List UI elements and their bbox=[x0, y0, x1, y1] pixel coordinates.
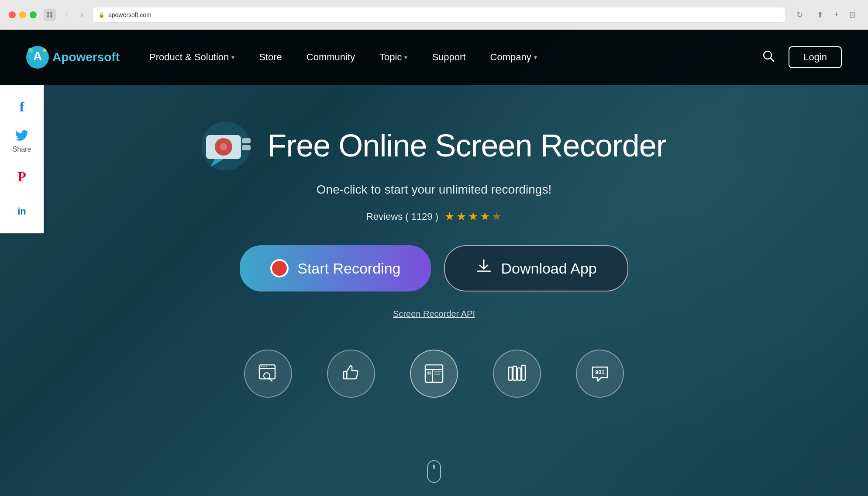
feature-icons: 901 bbox=[244, 350, 624, 398]
browser-chrome: ‹ › 🔒 apowersoft.com ↻ ⬆ + ⊡ bbox=[0, 0, 868, 30]
comments-feature-icon[interactable]: 901 bbox=[576, 350, 624, 398]
company-chevron-icon: ▾ bbox=[534, 54, 537, 61]
hero-title-row: Free Online Screen Recorder bbox=[202, 120, 666, 172]
svg-rect-25 bbox=[344, 371, 347, 379]
svg-rect-29 bbox=[427, 371, 431, 375]
facebook-icon: f bbox=[20, 99, 24, 115]
reviews-row: Reviews ( 1129 ) ★ ★ ★ ★ ★ bbox=[366, 210, 502, 223]
close-button[interactable] bbox=[9, 11, 16, 18]
download-icon bbox=[475, 258, 492, 278]
tab-switcher-button[interactable] bbox=[44, 9, 56, 21]
twitter-icon bbox=[15, 130, 28, 144]
search-icon bbox=[762, 50, 775, 62]
scroll-wheel bbox=[433, 465, 435, 469]
search-button[interactable] bbox=[759, 46, 778, 69]
website: A Apowersoft Product & Solution ▾ Store … bbox=[0, 30, 868, 496]
nav-right: Login bbox=[759, 46, 842, 69]
svg-point-6 bbox=[28, 48, 33, 53]
svg-rect-35 bbox=[522, 365, 525, 380]
nav-item-company[interactable]: Company ▾ bbox=[478, 30, 549, 85]
browser-action-buttons: ⬆ + ⊡ bbox=[813, 8, 859, 21]
reload-button[interactable]: ↻ bbox=[793, 8, 806, 21]
library-feature-icon[interactable] bbox=[493, 350, 541, 398]
sidebar-button[interactable]: ⊡ bbox=[846, 8, 859, 21]
linkedin-share-button[interactable]: in bbox=[0, 194, 44, 229]
nav-item-community[interactable]: Community bbox=[294, 30, 367, 85]
svg-rect-18 bbox=[259, 365, 275, 379]
svg-rect-0 bbox=[47, 12, 49, 14]
pinterest-icon: P bbox=[17, 169, 26, 185]
star-4: ★ bbox=[480, 210, 490, 223]
twitter-share-button[interactable]: Share bbox=[0, 124, 44, 159]
hero-buttons: Start Recording Download App bbox=[240, 245, 628, 291]
facebook-share-button[interactable]: f bbox=[0, 89, 44, 124]
download-app-button[interactable]: Download App bbox=[444, 245, 628, 291]
lock-icon: 🔒 bbox=[98, 12, 105, 18]
pinterest-share-button[interactable]: P bbox=[0, 159, 44, 194]
minimize-button[interactable] bbox=[19, 11, 26, 18]
like-feature-icon[interactable] bbox=[327, 350, 375, 398]
maximize-button[interactable] bbox=[30, 11, 37, 18]
svg-text:901: 901 bbox=[595, 369, 605, 375]
download-app-label: Download App bbox=[501, 260, 596, 277]
hero-subtitle: One-click to start your unlimited record… bbox=[317, 183, 551, 197]
svg-rect-34 bbox=[517, 368, 521, 380]
forward-button[interactable]: › bbox=[78, 8, 86, 21]
scroll-indicator bbox=[427, 460, 441, 483]
nav-item-support[interactable]: Support bbox=[420, 30, 478, 85]
new-tab-button[interactable]: + bbox=[830, 8, 842, 21]
svg-rect-32 bbox=[509, 367, 512, 380]
nav-item-topic[interactable]: Topic ▾ bbox=[367, 30, 420, 85]
svg-rect-1 bbox=[50, 12, 52, 14]
address-bar[interactable]: 🔒 apowersoft.com bbox=[93, 7, 786, 23]
svg-point-16 bbox=[202, 121, 250, 170]
recorder-icon-wrap bbox=[202, 120, 254, 172]
share-button[interactable]: ⬆ bbox=[813, 8, 827, 21]
svg-rect-3 bbox=[50, 15, 52, 17]
svg-rect-33 bbox=[513, 366, 517, 380]
svg-rect-17 bbox=[477, 271, 491, 272]
search-feature-icon[interactable] bbox=[244, 350, 292, 398]
twitter-share-label: Share bbox=[13, 146, 31, 153]
star-5: ★ bbox=[492, 210, 502, 223]
layout-feature-icon[interactable] bbox=[410, 350, 458, 398]
traffic-lights bbox=[9, 11, 37, 18]
svg-point-7 bbox=[43, 49, 46, 52]
social-sidebar: f Share P in bbox=[0, 85, 44, 233]
topic-chevron-icon: ▾ bbox=[404, 54, 407, 61]
screen-recorder-api-link[interactable]: Screen Recorder API bbox=[393, 309, 475, 319]
back-button[interactable]: ‹ bbox=[63, 8, 71, 21]
navbar: A Apowersoft Product & Solution ▾ Store … bbox=[0, 30, 868, 85]
url-text: apowersoft.com bbox=[108, 11, 152, 18]
tab-grid-icon bbox=[47, 12, 53, 18]
star-3: ★ bbox=[468, 210, 478, 223]
nav-item-product[interactable]: Product & Solution ▾ bbox=[137, 30, 247, 85]
svg-line-9 bbox=[771, 58, 774, 61]
logo[interactable]: A Apowersoft bbox=[26, 46, 120, 69]
login-button[interactable]: Login bbox=[789, 46, 842, 68]
svg-rect-2 bbox=[47, 15, 49, 17]
hero-title: Free Online Screen Recorder bbox=[267, 128, 666, 163]
start-recording-button[interactable]: Start Recording bbox=[240, 245, 431, 291]
product-chevron-icon: ▾ bbox=[231, 54, 234, 61]
start-recording-label: Start Recording bbox=[297, 260, 400, 277]
reviews-label: Reviews ( 1129 ) bbox=[366, 211, 438, 222]
linkedin-icon: in bbox=[17, 206, 26, 217]
screen-recorder-icon bbox=[202, 120, 254, 172]
record-dot-icon bbox=[270, 259, 289, 277]
logo-icon: A bbox=[26, 46, 49, 69]
scroll-mouse-icon bbox=[427, 460, 441, 483]
star-2: ★ bbox=[456, 210, 466, 223]
nav-items: Product & Solution ▾ Store Community Top… bbox=[137, 30, 759, 85]
stars: ★ ★ ★ ★ ★ bbox=[444, 210, 502, 223]
nav-item-store[interactable]: Store bbox=[247, 30, 294, 85]
svg-text:A: A bbox=[33, 49, 42, 63]
logo-text: Apowersoft bbox=[52, 50, 120, 64]
hero-content: Free Online Screen Recorder One-click to… bbox=[0, 85, 868, 398]
star-1: ★ bbox=[444, 210, 455, 223]
